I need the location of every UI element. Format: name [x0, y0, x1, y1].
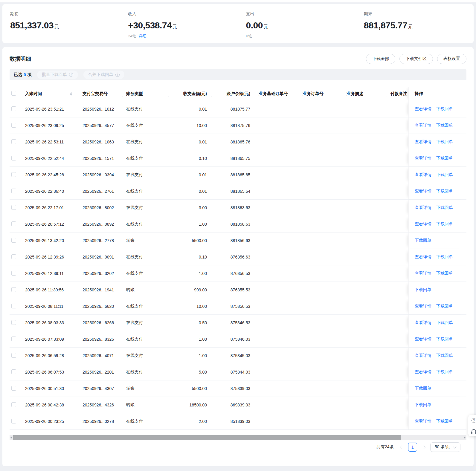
- merge-download-button[interactable]: 合并下载回单: [83, 71, 124, 79]
- view-details-link[interactable]: 查看详情: [415, 205, 431, 210]
- row-checkbox[interactable]: [11, 402, 16, 407]
- download-receipt-link[interactable]: 下载回单: [436, 369, 453, 375]
- row-checkbox-cell: [10, 189, 22, 194]
- income-detail-link[interactable]: 详细: [139, 34, 147, 38]
- download-receipt-link[interactable]: 下载回单: [436, 172, 453, 178]
- row-checkbox[interactable]: [11, 271, 16, 276]
- scrollbar-thumb[interactable]: [13, 435, 401, 440]
- download-receipt-link[interactable]: 下载回单: [436, 123, 453, 128]
- help-question-icon[interactable]: [472, 418, 476, 423]
- table-row: 2025-09-26 07:33:0920250926...8326在线支付1.…: [10, 331, 466, 348]
- download-receipt-link[interactable]: 下载回单: [436, 205, 453, 210]
- download-receipt-link[interactable]: 下载回单: [436, 139, 453, 145]
- page-1-button[interactable]: 1: [408, 443, 417, 452]
- download-receipt-link[interactable]: 下载回单: [436, 271, 453, 276]
- cell-account-type: 在线支付: [123, 254, 169, 260]
- table-row: 2025-09-26 22:45:2820250926...0394在线支付0.…: [10, 167, 466, 183]
- download-receipt-link[interactable]: 下载回单: [415, 402, 431, 408]
- row-checkbox[interactable]: [11, 238, 16, 243]
- row-checkbox-cell: [10, 287, 22, 293]
- table-row: 2025-09-26 13:42:2020250926...2778转账5500…: [10, 233, 466, 249]
- batch-download-button[interactable]: 批量下载回单: [37, 71, 78, 79]
- row-checkbox[interactable]: [11, 254, 16, 259]
- view-details-link[interactable]: 查看详情: [415, 369, 431, 375]
- download-receipt-link[interactable]: 下载回单: [436, 156, 453, 161]
- download-all-button[interactable]: 下载全部: [366, 54, 395, 64]
- view-details-link[interactable]: 查看详情: [415, 337, 431, 342]
- table-row: 2025-09-26 23:09:2520250926...4577在线支付10…: [10, 117, 466, 134]
- scroll-left-arrow-icon[interactable]: [10, 436, 12, 439]
- scroll-right-arrow-icon[interactable]: [464, 436, 466, 439]
- view-details-link[interactable]: 查看详情: [415, 419, 431, 424]
- view-details-link[interactable]: 查看详情: [415, 304, 431, 309]
- download-receipt-link[interactable]: 下载回单: [436, 254, 453, 260]
- cell-txn-id: 20250926...1012: [79, 107, 123, 111]
- cell-account-type: 在线支付: [123, 139, 169, 145]
- row-checkbox[interactable]: [11, 139, 16, 144]
- view-details-link[interactable]: 查看详情: [415, 271, 431, 276]
- cell-account-type: 在线支付: [123, 106, 169, 112]
- cell-actions: 下载回单: [408, 397, 466, 413]
- cell-account-type: 在线支付: [123, 353, 169, 358]
- column-header-actions: 操作: [408, 87, 466, 101]
- view-details-link[interactable]: 查看详情: [415, 106, 431, 112]
- download-receipt-link[interactable]: 下载回单: [415, 238, 431, 243]
- column-header-base-order: 业务基础订单号: [255, 91, 299, 97]
- download-receipt-link[interactable]: 下载回单: [436, 337, 453, 342]
- cell-balance: 881865.64: [212, 189, 255, 194]
- cell-txn-id: 20250926...1941: [79, 288, 123, 292]
- view-details-link[interactable]: 查看详情: [415, 172, 431, 178]
- table-row: 2025-09-26 00:51:3020250926...4307转账5500…: [10, 380, 466, 397]
- download-receipt-link[interactable]: 下载回单: [436, 353, 453, 358]
- download-receipt-link[interactable]: 下载回单: [436, 106, 453, 112]
- row-checkbox[interactable]: [11, 337, 16, 341]
- view-details-link[interactable]: 查看详情: [415, 254, 431, 260]
- customer-service-headset-icon[interactable]: [472, 429, 476, 432]
- view-details-link[interactable]: 查看详情: [415, 156, 431, 161]
- row-checkbox[interactable]: [11, 419, 16, 423]
- download-receipt-link[interactable]: 下载回单: [436, 320, 453, 325]
- next-page-button[interactable]: [421, 444, 426, 451]
- select-all-checkbox[interactable]: [11, 91, 16, 96]
- summary-label: 收入: [128, 11, 238, 17]
- download-receipt-link[interactable]: 下载回单: [415, 386, 431, 391]
- view-details-link[interactable]: 查看详情: [415, 123, 431, 128]
- prev-page-button[interactable]: [399, 444, 404, 451]
- view-details-link[interactable]: 查看详情: [415, 189, 431, 194]
- row-checkbox[interactable]: [11, 205, 16, 210]
- page-size-select[interactable]: 50 条/页: [430, 442, 460, 452]
- sort-icon[interactable]: [70, 92, 72, 96]
- row-checkbox[interactable]: [11, 304, 16, 308]
- download-receipt-link[interactable]: 下载回单: [436, 304, 453, 309]
- row-checkbox[interactable]: [11, 189, 16, 193]
- row-checkbox[interactable]: [11, 386, 16, 391]
- download-receipt-link[interactable]: 下载回单: [415, 287, 431, 293]
- view-details-link[interactable]: 查看详情: [415, 221, 431, 227]
- view-details-link[interactable]: 查看详情: [415, 139, 431, 145]
- download-receipt-link[interactable]: 下载回单: [436, 221, 453, 227]
- row-checkbox[interactable]: [11, 287, 16, 292]
- row-checkbox[interactable]: [11, 353, 16, 358]
- download-receipt-link[interactable]: 下载回单: [436, 189, 453, 194]
- cell-balance: 869839.03: [212, 403, 255, 407]
- cell-account-type: 在线支付: [123, 189, 169, 194]
- row-checkbox[interactable]: [11, 320, 16, 325]
- cell-entry-time: 2025-09-26 22:53:11: [22, 140, 79, 144]
- cell-txn-id: 20250926...6620: [79, 304, 123, 309]
- download-receipt-link[interactable]: 下载回单: [436, 419, 453, 424]
- download-filezone-button[interactable]: 下载文件区: [399, 54, 433, 64]
- view-details-link[interactable]: 查看详情: [415, 353, 431, 358]
- cell-amount: 18500.00: [169, 403, 212, 407]
- view-details-link[interactable]: 查看详情: [415, 320, 431, 325]
- row-checkbox[interactable]: [11, 156, 16, 160]
- cell-amount: 10.00: [169, 123, 212, 128]
- row-checkbox[interactable]: [11, 172, 16, 177]
- table-settings-button[interactable]: 表格设置: [437, 54, 466, 64]
- row-checkbox[interactable]: [11, 123, 16, 128]
- row-checkbox[interactable]: [11, 221, 16, 226]
- row-checkbox[interactable]: [11, 106, 16, 111]
- cell-amount: 0.01: [169, 140, 212, 144]
- table-row: 2025-09-26 08:03:3320250926...6266在线支付0.…: [10, 315, 466, 331]
- cell-account-type: 在线支付: [123, 304, 169, 309]
- row-checkbox[interactable]: [11, 369, 16, 374]
